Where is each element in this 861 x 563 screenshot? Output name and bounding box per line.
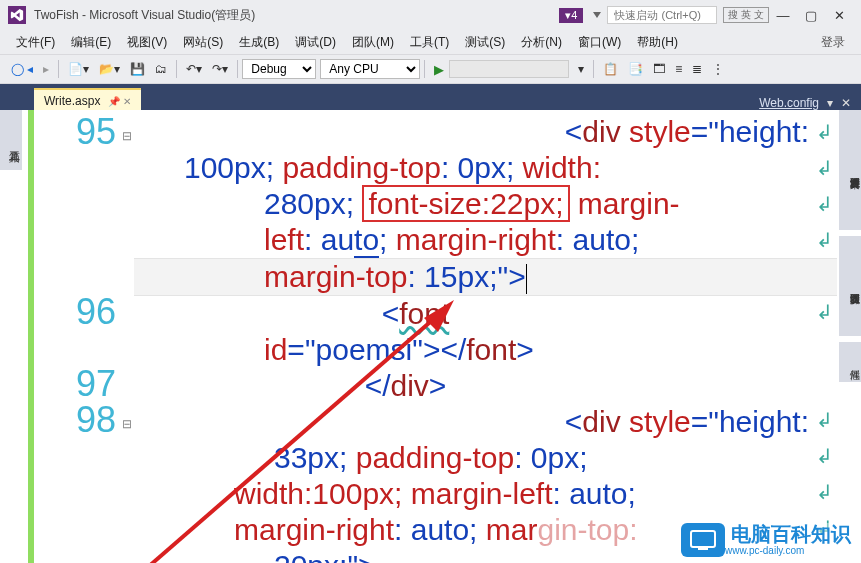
svg-rect-3 (698, 547, 708, 550)
menu-view[interactable]: 视图(V) (119, 32, 175, 53)
menu-analyze[interactable]: 分析(N) (513, 32, 570, 53)
wrap-glyph-icon: ↲ (816, 438, 833, 474)
tb-icon-2[interactable]: 📑 (624, 60, 647, 78)
wrap-glyph-icon: ↲ (816, 150, 833, 186)
notification-badge[interactable]: ▾ 4 (559, 8, 583, 23)
menu-file[interactable]: 文件(F) (8, 32, 63, 53)
minimize-button[interactable]: — (769, 8, 797, 23)
properties-panel-tab[interactable]: 属性 (839, 342, 861, 382)
watermark-logo-icon (681, 523, 725, 557)
wrap-glyph-icon: ↲ (816, 222, 833, 258)
line-number: 97 (24, 366, 116, 402)
menu-test[interactable]: 测试(S) (457, 32, 513, 53)
line-number-gutter: 95 ⊟ 96 97 98 ⊟ (24, 110, 134, 563)
tab-web-config[interactable]: Web.config (759, 96, 819, 110)
menu-window[interactable]: 窗口(W) (570, 32, 629, 53)
browser-select[interactable] (449, 60, 569, 78)
new-project-button[interactable]: 📄▾ (64, 60, 93, 78)
line-number: 98 (24, 402, 116, 438)
sign-in-link[interactable]: 登录 (821, 34, 853, 51)
title-bar: TwoFish - Microsoft Visual Studio(管理员) ▾… (0, 0, 861, 30)
platform-select[interactable]: Any CPU (320, 59, 420, 79)
wrap-glyph-icon: ↲ (816, 114, 833, 150)
close-panel-icon[interactable]: ✕ (841, 96, 851, 110)
menu-help[interactable]: 帮助(H) (629, 32, 686, 53)
watermark-title: 电脑百科知识 (731, 523, 851, 545)
tb-icon-4[interactable]: ≡ (671, 60, 686, 78)
text-caret (526, 264, 527, 294)
toolbar: ◯ ◂ ▸ 📄▾ 📂▾ 💾 🗂 ↶▾ ↷▾ Debug Any CPU ▶ ▾ … (0, 54, 861, 84)
pin-icon[interactable]: 📌 ✕ (108, 96, 131, 107)
start-debug-button[interactable]: ▶ (430, 60, 448, 79)
tab-label: Write.aspx (44, 94, 100, 108)
menu-website[interactable]: 网站(S) (175, 32, 231, 53)
document-tab-row: Write.aspx 📌 ✕ Web.config ▾ ✕ (0, 84, 861, 110)
wrap-glyph-icon: ↲ (816, 474, 833, 510)
fold-icon[interactable]: ⊟ (122, 406, 132, 442)
tb-icon-3[interactable]: 🗔 (649, 60, 669, 78)
menu-tools[interactable]: 工具(T) (402, 32, 457, 53)
line-number: 95 (24, 114, 116, 150)
config-select[interactable]: Debug (242, 59, 316, 79)
redo-button[interactable]: ↷▾ (208, 60, 232, 78)
close-button[interactable]: ✕ (825, 8, 853, 23)
menu-bar: 文件(F) 编辑(E) 视图(V) 网站(S) 生成(B) 调试(D) 团队(M… (0, 30, 861, 54)
dropdown-icon[interactable] (593, 12, 601, 18)
tb-icon-5[interactable]: ≣ (688, 60, 706, 78)
menu-debug[interactable]: 调试(D) (287, 32, 344, 53)
line-number: 96 (24, 294, 116, 330)
solution-explorer-tab[interactable]: 解决方案资源管理器 (839, 110, 861, 230)
tb-icon-1[interactable]: 📋 (599, 60, 622, 78)
undo-button[interactable]: ↶▾ (182, 60, 206, 78)
wrap-glyph-icon: ↲ (816, 294, 833, 330)
ime-indicator[interactable]: 搜 英 文 (723, 7, 769, 23)
tab-overflow-icon[interactable]: ▾ (827, 96, 833, 110)
debug-target-dropdown[interactable]: ▾ (574, 60, 588, 78)
wrap-glyph-icon: ↲ (816, 402, 833, 438)
svg-rect-2 (691, 531, 715, 547)
nav-back-button[interactable]: ◯ ◂ (7, 60, 37, 78)
menu-build[interactable]: 生成(B) (231, 32, 287, 53)
toolbox-panel-tab[interactable]: 工具箱 (0, 110, 22, 170)
vs-logo-icon (8, 6, 26, 24)
menu-edit[interactable]: 编辑(E) (63, 32, 119, 53)
open-file-button[interactable]: 📂▾ (95, 60, 124, 78)
wrap-glyph-icon: ↲ (816, 186, 833, 222)
tb-icon-6[interactable]: ⋮ (708, 60, 728, 78)
fold-icon[interactable]: ⊟ (122, 118, 132, 154)
menu-team[interactable]: 团队(M) (344, 32, 402, 53)
tab-write-aspx[interactable]: Write.aspx 📌 ✕ (34, 88, 141, 110)
save-all-button[interactable]: 🗂 (151, 60, 171, 78)
code-content[interactable]: <div style="height: ↲ 100px; padding-top… (134, 110, 837, 563)
maximize-button[interactable]: ▢ (797, 8, 825, 23)
window-title: TwoFish - Microsoft Visual Studio(管理员) (34, 7, 255, 24)
team-explorer-tab[interactable]: 团队资源管理器 (839, 236, 861, 336)
code-editor[interactable]: 95 ⊟ 96 97 98 ⊟ <div style="height: ↲ 10… (24, 110, 837, 563)
watermark-url: www.pc-daily.com (725, 545, 851, 556)
save-button[interactable]: 💾 (126, 60, 149, 78)
quick-launch-input[interactable] (607, 6, 717, 24)
nav-forward-button[interactable]: ▸ (39, 60, 53, 78)
highlighted-font-size: font-size:22px; (362, 185, 569, 222)
watermark: 电脑百科知识 www.pc-daily.com (681, 523, 851, 557)
